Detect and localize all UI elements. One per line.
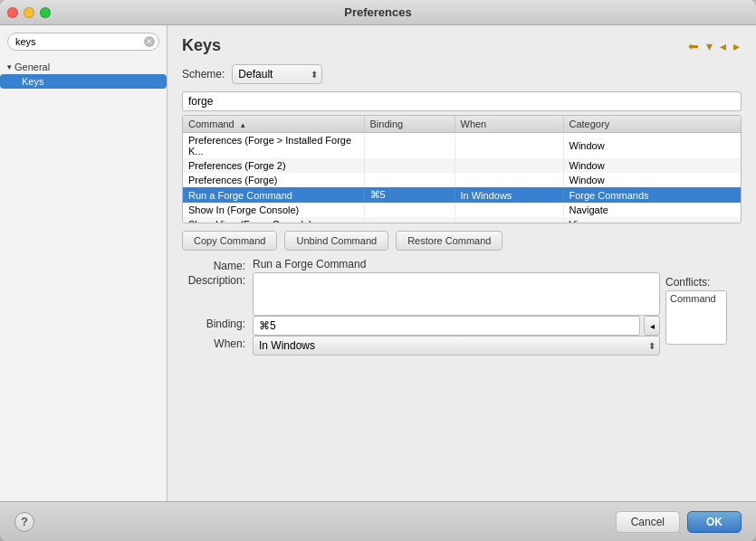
column-header-binding[interactable]: Binding — [364, 116, 455, 133]
panel-header: Keys ⬅ ▾ ◂ ▸ — [182, 36, 742, 55]
column-header-category[interactable]: Category — [563, 116, 741, 133]
cell-when — [455, 217, 563, 223]
scheme-row: Scheme: Default ⬍ — [182, 64, 742, 84]
cell-binding — [364, 133, 455, 159]
cell-command: Show In (Forge Console) — [183, 203, 364, 217]
cell-category: Window — [563, 133, 741, 159]
cell-command: Preferences (Forge) — [183, 173, 364, 187]
toolbar-next-button[interactable]: ▸ — [732, 37, 742, 55]
scheme-label: Scheme: — [182, 68, 225, 81]
scheme-select-wrapper: Default ⬍ — [232, 64, 322, 84]
cell-command: Show View (Forge Console) — [183, 217, 364, 223]
binding-input[interactable] — [253, 316, 640, 336]
main-panel: Keys ⬅ ▾ ◂ ▸ Scheme: Default ⬍ — [167, 25, 756, 501]
bottom-buttons: Cancel OK — [616, 511, 742, 533]
cell-binding: ⌘5 — [364, 187, 455, 203]
description-row: Description: — [182, 272, 660, 316]
cell-command: Preferences (Forge > Installed Forge K..… — [183, 133, 364, 159]
sidebar: ✕ ▾ General Keys — [0, 25, 167, 501]
commands-table: Command ▴ Binding When Category — [183, 116, 741, 223]
column-header-command[interactable]: Command ▴ — [183, 116, 364, 133]
cell-when — [455, 133, 563, 159]
tree-section: ▾ General Keys — [0, 58, 167, 90]
ok-button[interactable]: OK — [687, 511, 742, 533]
name-label: Name: — [182, 258, 245, 272]
bottom-bar: ? Cancel OK — [0, 501, 756, 541]
action-buttons: Copy Command Unbind Command Restore Comm… — [182, 231, 742, 251]
filter-input[interactable] — [182, 91, 742, 111]
when-select[interactable]: In Windows Always In Dialogs — [253, 336, 660, 356]
unbind-command-button[interactable]: Unbind Command — [284, 231, 388, 251]
conflicts-label: Conflicts: — [665, 276, 727, 289]
toolbar-prev-button[interactable]: ◂ — [718, 37, 728, 55]
window-title: Preferences — [344, 5, 411, 19]
cell-when: In Windows — [455, 187, 563, 203]
commands-table-container: Command ▴ Binding When Category — [182, 115, 742, 223]
table-row[interactable]: Preferences (Forge) Window — [183, 173, 741, 187]
toolbar-back-button[interactable]: ⬅ — [686, 37, 701, 55]
search-clear-button[interactable]: ✕ — [144, 36, 155, 47]
search-input[interactable] — [7, 33, 159, 51]
binding-input-row: ◂ — [253, 316, 660, 336]
minimize-button[interactable] — [24, 7, 34, 18]
table-row[interactable]: Preferences (Forge 2) Window — [183, 158, 741, 173]
search-box: ✕ — [7, 33, 159, 51]
cell-category: Window — [563, 173, 741, 187]
table-row[interactable]: Preferences (Forge > Installed Forge K..… — [183, 133, 741, 159]
binding-pick-button[interactable]: ◂ — [644, 316, 660, 336]
tree-parent-general[interactable]: ▾ General — [0, 60, 167, 74]
help-button[interactable]: ? — [14, 512, 34, 532]
table-row[interactable]: Show In (Forge Console) Navigate — [183, 203, 741, 217]
details-section: Name: Run a Forge Command Description: B… — [182, 258, 742, 356]
toolbar-arrow-down-button[interactable]: ▾ — [704, 37, 714, 55]
when-row: When: In Windows Always In Dialogs ⬍ — [182, 336, 660, 356]
toolbar-icons: ⬅ ▾ ◂ ▸ — [686, 37, 742, 55]
when-label: When: — [182, 336, 245, 350]
conflicts-box: Command — [665, 290, 727, 345]
binding-row: Binding: ◂ — [182, 316, 660, 336]
details-section-wrapper: Name: Run a Forge Command Description: B… — [182, 258, 742, 356]
tree-arrow-icon: ▾ — [7, 62, 12, 71]
restore-command-button[interactable]: Restore Command — [396, 231, 502, 251]
sort-arrow-icon: ▴ — [241, 120, 245, 129]
description-label: Description: — [182, 272, 245, 287]
panel-title: Keys — [182, 36, 221, 55]
preferences-window: Preferences ✕ ▾ General Keys Ke — [0, 0, 756, 541]
cell-command: Preferences (Forge 2) — [183, 158, 364, 173]
table-row-selected[interactable]: Run a Forge Command ⌘5 In Windows Forge … — [183, 187, 741, 203]
titlebar: Preferences — [0, 0, 756, 25]
cell-category: Views — [563, 217, 741, 223]
maximize-button[interactable] — [40, 7, 51, 18]
table-header: Command ▴ Binding When Category — [183, 116, 741, 133]
scheme-select[interactable]: Default — [232, 64, 322, 84]
cell-binding — [364, 217, 455, 223]
when-select-wrapper: In Windows Always In Dialogs ⬍ — [253, 336, 660, 356]
cell-category: Forge Commands — [563, 187, 741, 203]
conflicts-value: Command — [670, 293, 716, 304]
cell-category: Window — [563, 158, 741, 173]
content-area: ✕ ▾ General Keys Keys ⬅ ▾ ◂ — [0, 25, 756, 501]
binding-label: Binding: — [182, 316, 245, 330]
close-button[interactable] — [7, 7, 18, 18]
copy-command-button[interactable]: Copy Command — [182, 231, 277, 251]
table-body: Preferences (Forge > Installed Forge K..… — [183, 133, 741, 224]
name-value: Run a Forge Command — [253, 258, 366, 270]
description-input[interactable] — [253, 272, 660, 316]
cell-category: Navigate — [563, 203, 741, 217]
conflicts-section: Conflicts: Command — [665, 276, 727, 345]
cell-binding — [364, 203, 455, 217]
cell-binding — [364, 173, 455, 187]
traffic-lights — [7, 7, 51, 18]
tree-parent-label: General — [14, 62, 50, 72]
cell-when — [455, 203, 563, 217]
name-row: Name: Run a Forge Command — [182, 258, 660, 272]
cell-binding — [364, 158, 455, 173]
sidebar-item-keys[interactable]: Keys — [0, 74, 167, 89]
cell-when — [455, 173, 563, 187]
column-header-when[interactable]: When — [455, 116, 563, 133]
table-row[interactable]: Show View (Forge Console) Views — [183, 217, 741, 223]
cell-when — [455, 158, 563, 173]
cancel-button[interactable]: Cancel — [616, 511, 680, 533]
cell-command: Run a Forge Command — [183, 187, 364, 203]
sidebar-item-keys-label: Keys — [22, 76, 43, 87]
